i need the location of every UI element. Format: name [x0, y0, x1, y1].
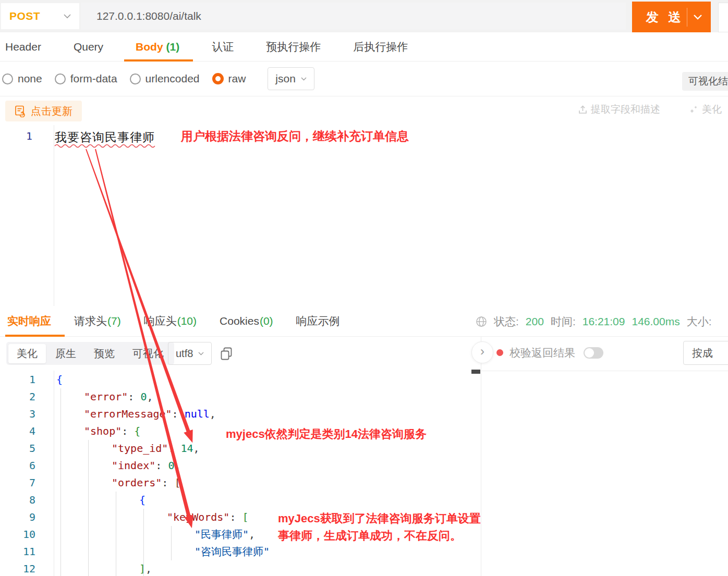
tab-label: 实时响应 [7, 314, 51, 328]
body-type-radio-urlencoded[interactable]: urlencoded [130, 72, 200, 85]
json-token: { [139, 494, 145, 506]
code-text: { [56, 371, 63, 388]
json-token: "咨询民事律师" [195, 545, 270, 558]
code-text: "咨询民事律师" [195, 543, 270, 560]
app-window: POST 127.0.0.1:8080/ai/talk 发 送 HeaderQu… [0, 0, 728, 576]
json-token: : [172, 408, 185, 420]
status-code: 200 [526, 315, 544, 328]
extract-upload-icon [578, 105, 588, 115]
chevron-down-icon [64, 14, 71, 19]
radio-label: none [18, 72, 42, 85]
collapse-panel-button[interactable]: › [471, 341, 493, 363]
indent-guide [116, 492, 116, 576]
tab-label: 响应示例 [296, 314, 340, 328]
code-text: "民事律师", [195, 526, 255, 543]
tab-auth[interactable]: 认证 [208, 32, 238, 62]
json-token: , [147, 390, 153, 403]
method-select[interactable]: POST [1, 3, 79, 29]
request-body-editor[interactable]: 1 我要咨询民事律师 用户根据法律咨询反问，继续补充订单信息 [0, 125, 728, 307]
line-number: 7 [0, 474, 35, 492]
json-token: { [134, 425, 140, 437]
tab-header[interactable]: Header [1, 32, 45, 62]
code-text: ], [139, 560, 152, 576]
view-mode-segmented-control: 美化原生预览可视化 [6, 342, 174, 365]
response-tab-example[interactable]: 响应示例 [296, 306, 340, 337]
json-token: "index" [112, 459, 155, 472]
code-text: { [139, 492, 145, 509]
request-line-number: 1 [0, 130, 32, 142]
visualize-result-button[interactable]: 可视化结 [682, 72, 728, 91]
annotation-type-id-note: myjecs依然判定是类别14法律咨询服务 [226, 425, 427, 443]
save-button-clipped[interactable] [718, 3, 728, 32]
copy-response-button[interactable] [220, 346, 234, 361]
tab-post-exec[interactable]: 后执行操作 [349, 32, 412, 62]
code-line: 6"index": 0, [0, 457, 481, 474]
tab-label: 预执行操作 [266, 40, 321, 54]
line-number: 2 [0, 388, 35, 406]
json-token: "keyWords" [167, 511, 229, 523]
tab-pre-exec[interactable]: 预执行操作 [262, 32, 325, 62]
response-tab-request-headers[interactable]: 请求头(7) [74, 306, 121, 337]
line-number: 1 [0, 371, 35, 388]
json-token: , [193, 442, 200, 455]
response-tab-realtime[interactable]: 实时响应 [7, 306, 51, 337]
body-type-radio-none[interactable]: none [2, 72, 42, 85]
tab-query[interactable]: Query [69, 32, 107, 62]
validate-toggle[interactable] [584, 347, 603, 359]
view-chip-可视化[interactable]: 可视化 [124, 344, 172, 363]
body-type-radio-raw[interactable]: raw [212, 72, 246, 85]
json-token: { [56, 373, 63, 386]
validate-status-dot [496, 349, 503, 356]
spellcheck-squiggle [54, 143, 163, 148]
code-text: "shop": { [84, 423, 140, 440]
tab-body[interactable]: Body(1) [131, 32, 184, 62]
code-text: "orders": [ [112, 474, 180, 492]
view-chip-预览[interactable]: 预览 [86, 344, 123, 363]
compare-button-clipped[interactable]: 按成 [683, 341, 728, 365]
url-input[interactable]: 127.0.0.1:8080/ai/talk [81, 3, 626, 30]
response-tab-cookies[interactable]: Cookies(0) [220, 306, 273, 337]
encoding-value: utf8 [176, 348, 193, 360]
radio-label: raw [228, 72, 246, 85]
extract-fields-button[interactable]: 提取字段和描述 [578, 103, 660, 116]
indent-guide [88, 440, 89, 576]
encoding-select[interactable]: utf8 [168, 342, 212, 365]
response-tab-bar: 实时响应请求头(7)响应头(10)Cookies(0)响应示例 状态: 200 … [0, 306, 728, 337]
tab-count: (7) [107, 315, 121, 327]
json-token: "orders" [112, 476, 162, 489]
time-label: 时间: [551, 314, 576, 329]
response-status-bar: 状态: 200 时间: 16:21:09 146.00ms 大小: [476, 306, 728, 337]
view-chip-美化[interactable]: 美化 [8, 344, 46, 363]
beautify-button[interactable]: 美化 [689, 103, 722, 116]
indent-guide [143, 509, 144, 576]
panel-divider [481, 337, 481, 576]
indent-guide [60, 388, 61, 576]
code-line: 8{ [0, 492, 481, 509]
raw-format-select[interactable]: json [268, 67, 314, 90]
line-number: 9 [0, 509, 35, 526]
radio-dot [2, 73, 13, 84]
line-number: 10 [0, 526, 35, 543]
click-update-button[interactable]: 点击更新 [5, 101, 82, 121]
gutter-divider [54, 125, 54, 306]
json-token: : [162, 476, 174, 489]
json-token: 0 [140, 390, 147, 403]
tab-label: 请求头 [74, 314, 107, 328]
send-button[interactable]: 发 送 [632, 2, 711, 32]
view-chip-原生[interactable]: 原生 [47, 344, 84, 363]
scrollbar-thumb[interactable] [471, 370, 480, 374]
json-token: [ [174, 476, 180, 489]
radio-dot [130, 73, 141, 84]
body-type-radio-form-data[interactable]: form-data [55, 72, 117, 85]
code-line: 3"errorMessage": null, [0, 406, 481, 423]
code-text: "index": 0, [112, 457, 180, 474]
json-token: "errorMessage" [84, 408, 172, 420]
response-body-viewer[interactable]: 1{2"error": 0,3"errorMessage": null,4"sh… [0, 371, 481, 576]
annotation-request-note: 用户根据法律咨询反问，继续补充订单信息 [181, 128, 409, 145]
response-tab-response-headers[interactable]: 响应头(10) [144, 306, 197, 337]
tab-count: (10) [177, 315, 197, 327]
copy-icon [220, 347, 233, 361]
line-number: 5 [0, 440, 35, 457]
line-number: 8 [0, 492, 35, 509]
tab-label: Cookies [220, 315, 259, 327]
